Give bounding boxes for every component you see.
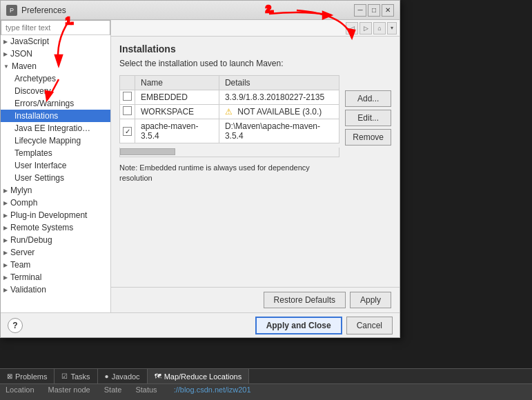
scrollbar-thumb (120, 148, 175, 155)
edit-button[interactable]: Edit... (345, 110, 391, 126)
dialog-icon: P (6, 5, 17, 16)
row-name-embedded: EMBEDDED (135, 90, 219, 105)
preferences-dialog: P Preferences ─ □ ✕ ▶ JavaScript ▶ JSON … (0, 0, 400, 338)
table-container: Name Details EMBEDDED 3 (119, 75, 339, 184)
sidebar-item-errors-warnings[interactable]: Errors/Warnings (1, 97, 110, 110)
back-button[interactable]: ◁ (346, 22, 358, 34)
col-header-details: Details (219, 76, 339, 90)
sidebar-item-mylyn[interactable]: ▶ Mylyn (1, 184, 110, 197)
bottom-content: Location Master node State Status ://blo… (0, 384, 532, 395)
bottom-bar: ⊠ Problems ☑ Tasks ● Javadoc 🗺 Map/Reduc… (0, 368, 532, 400)
sidebar-item-plugin-dev[interactable]: ▶ Plug-in Development (1, 209, 110, 221)
sidebar-item-javascript[interactable]: ▶ JavaScript (1, 35, 110, 48)
title-left: P Preferences (6, 5, 66, 16)
row-checkbox[interactable] (120, 119, 135, 143)
table-row: apache-maven-3.5.4 D:\Maven\apache-maven… (120, 119, 339, 143)
add-button[interactable]: Add... (345, 90, 391, 107)
tab-problems[interactable]: ⊠ Problems (0, 369, 55, 383)
sidebar-search-input[interactable] (1, 20, 110, 35)
horizontal-scrollbar[interactable] (119, 148, 339, 157)
sidebar-item-user-settings[interactable]: User Settings (1, 172, 110, 184)
sidebar-item-lifecycle[interactable]: Lifecycle Mapping (1, 134, 110, 147)
checkbox-workspace[interactable] (123, 106, 132, 115)
expand-icon: ▶ (3, 250, 8, 256)
sidebar-item-archetypes[interactable]: Archetypes (1, 72, 110, 85)
row-checkbox[interactable] (120, 90, 135, 105)
sidebar-item-installations[interactable]: Installations (1, 110, 110, 122)
restore-defaults-button[interactable]: Restore Defaults (264, 292, 346, 308)
home-button[interactable]: ⌂ (373, 22, 386, 34)
tasks-icon: ☑ (61, 372, 68, 380)
footer-buttons: Apply and Close Cancel (255, 317, 393, 334)
apply-close-button[interactable]: Apply and Close (255, 317, 342, 334)
col-status: Status (135, 386, 157, 394)
sidebar: ▶ JavaScript ▶ JSON ▼ Maven Archetypes D… (1, 20, 111, 312)
maximize-button[interactable]: □ (368, 4, 380, 17)
expand-icon: ▶ (3, 39, 8, 45)
panel-subtitle: Select the installation used to launch M… (119, 59, 391, 68)
title-buttons: ─ □ ✕ (354, 4, 394, 17)
sidebar-item-oomph[interactable]: ▶ Oomph (1, 197, 110, 209)
sidebar-item-json[interactable]: ▶ JSON (1, 48, 110, 60)
panel-title: Installations (119, 43, 391, 54)
help-button[interactable]: ? (8, 318, 23, 333)
dialog-title: Preferences (21, 6, 66, 15)
remove-button[interactable]: Remove (345, 129, 391, 146)
col-state: State (104, 386, 122, 394)
sidebar-item-templates[interactable]: Templates (1, 147, 110, 159)
problems-icon: ⊠ (7, 372, 12, 380)
forward-button[interactable]: ▷ (359, 22, 372, 34)
action-buttons: Add... Edit... Remove (345, 75, 391, 184)
sidebar-item-terminal[interactable]: ▶ Terminal (1, 271, 110, 283)
sidebar-item-discovery[interactable]: Discovery (1, 85, 110, 97)
dialog-content: ▶ JavaScript ▶ JSON ▼ Maven Archetypes D… (1, 20, 400, 312)
row-details-workspace: ⚠ NOT AVAILABLE (3.0.) (219, 105, 339, 119)
status-url: ://blog.csdn.net/izw201 (174, 386, 251, 394)
tab-tasks[interactable]: ☑ Tasks (55, 369, 97, 383)
row-name-apache: apache-maven-3.5.4 (135, 119, 219, 143)
right-panel: ◁ ▷ ⌂ ▾ Installations Select the install… (111, 20, 400, 312)
sidebar-item-user-interface[interactable]: User Interface (1, 159, 110, 172)
note-text: Note: Embedded runtime is always used fo… (119, 163, 339, 184)
row-name-workspace: WORKSPACE (135, 105, 219, 119)
panel-bottom-buttons: Restore Defaults Apply (111, 287, 400, 312)
col-header-check (120, 76, 135, 90)
close-button[interactable]: ✕ (382, 4, 394, 17)
col-master-node: Master node (48, 386, 90, 394)
row-details-apache: D:\Maven\apache-maven-3.5.4 (219, 119, 339, 143)
expand-icon: ▼ (3, 63, 9, 70)
bottom-tabs: ⊠ Problems ☑ Tasks ● Javadoc 🗺 Map/Reduc… (0, 369, 532, 384)
table-row: EMBEDDED 3.3.9/1.8.3.20180227-2135 (120, 90, 339, 105)
sidebar-item-team[interactable]: ▶ Team (1, 259, 110, 271)
expand-icon: ▶ (3, 262, 8, 268)
dialog-footer: ? Apply and Close Cancel (1, 312, 400, 337)
checkbox-apache[interactable] (123, 127, 132, 136)
apply-button[interactable]: Apply (350, 292, 391, 308)
sidebar-item-run-debug[interactable]: ▶ Run/Debug (1, 234, 110, 246)
sidebar-item-java-ee[interactable]: Java EE Integratio… (1, 122, 110, 134)
minimize-button[interactable]: ─ (354, 4, 366, 17)
sidebar-item-server[interactable]: ▶ Server (1, 246, 110, 259)
expand-icon: ▶ (3, 287, 8, 293)
row-details-embedded: 3.3.9/1.8.3.20180227-2135 (219, 90, 339, 105)
expand-icon: ▶ (3, 188, 8, 194)
checkbox-embedded[interactable] (123, 92, 132, 101)
panel-toolbar: ◁ ▷ ⌂ ▾ (111, 20, 400, 37)
expand-icon: ▶ (3, 200, 8, 206)
panel-inner: Installations Select the installation us… (111, 37, 400, 287)
sidebar-item-maven[interactable]: ▼ Maven (1, 60, 110, 72)
expand-icon: ▶ (3, 237, 8, 243)
expand-icon: ▶ (3, 212, 8, 219)
sidebar-item-remote-systems[interactable]: ▶ Remote Systems (1, 221, 110, 234)
javadoc-icon: ● (105, 372, 109, 380)
tab-javadoc[interactable]: ● Javadoc (98, 369, 148, 383)
warning-icon: ⚠ (225, 107, 233, 117)
tab-mapreduce[interactable]: 🗺 Map/Reduce Locations (148, 369, 250, 383)
installations-table: Name Details EMBEDDED 3 (119, 75, 339, 143)
col-header-name: Name (135, 76, 219, 90)
row-checkbox[interactable] (120, 105, 135, 119)
dialog-titlebar: P Preferences ─ □ ✕ (1, 1, 400, 20)
cancel-button[interactable]: Cancel (346, 317, 393, 334)
history-dropdown[interactable]: ▾ (387, 22, 397, 34)
sidebar-item-validation[interactable]: ▶ Validation (1, 283, 110, 296)
